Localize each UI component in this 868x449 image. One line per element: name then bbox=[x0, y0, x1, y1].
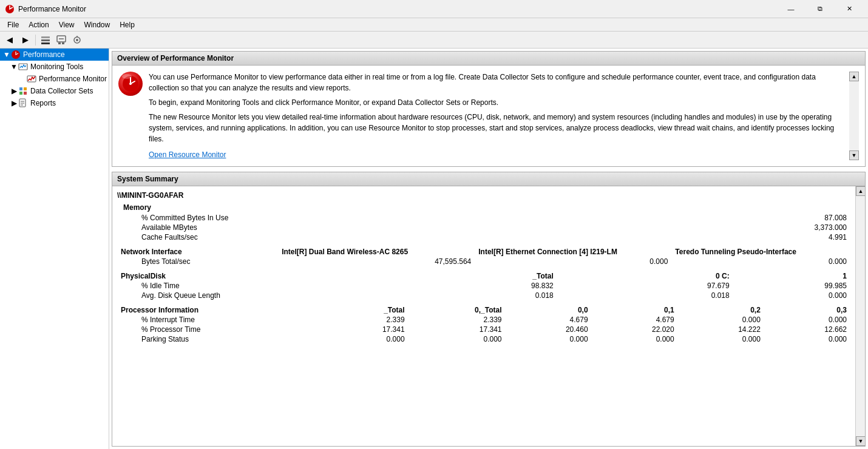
pd-queue-val1: 0.018 bbox=[381, 291, 557, 300]
sidebar: ▼ Performance ▼ Monitoring Tools ▶ bbox=[0, 49, 109, 449]
proc-interrupt-label: % Interrupt Time bbox=[117, 315, 311, 325]
show-hide-button[interactable] bbox=[38, 33, 53, 47]
arrow-data-collector[interactable]: ▶ bbox=[10, 87, 18, 95]
back-button[interactable]: ◀ bbox=[2, 33, 17, 47]
table-row: % Committed Bytes In Use 87.008 bbox=[117, 213, 850, 223]
proc-parking-label: Parking Status bbox=[117, 334, 311, 344]
menu-file[interactable]: File bbox=[2, 19, 24, 30]
proc-col4-header: 0,1 bbox=[592, 305, 678, 315]
physicaldisk-table: PhysicalDisk _Total 0 C: 1 % Idle Time 9… bbox=[117, 271, 850, 300]
proc-col2-header: 0,_Total bbox=[409, 305, 506, 315]
summary-content[interactable]: \\MININT-GG0AFAR Memory % Committed Byte… bbox=[112, 186, 855, 446]
svg-rect-17 bbox=[24, 92, 27, 95]
mem-committed-value: 87.008 bbox=[662, 213, 850, 223]
pd-idle-val2: 97.679 bbox=[557, 281, 733, 291]
mem-available-value: 3,373.000 bbox=[662, 223, 850, 232]
scroll-down-btn[interactable]: ▼ bbox=[849, 150, 859, 160]
proc-col5-header: 0,2 bbox=[678, 305, 764, 315]
overview-content: You can use Performance Monitor to view … bbox=[112, 66, 865, 166]
summary-scrollbar[interactable]: ▲ ▼ bbox=[855, 186, 865, 446]
sidebar-label-monitoring-tools: Monitoring Tools bbox=[30, 62, 83, 71]
pd-col3-header: 1 bbox=[733, 271, 850, 281]
reports-icon bbox=[18, 98, 28, 108]
pd-queue-val2: 0.018 bbox=[557, 291, 733, 300]
open-resource-monitor-link[interactable]: Open Resource Monitor bbox=[149, 150, 226, 159]
arrow-performance[interactable]: ▼ bbox=[2, 50, 11, 59]
sidebar-item-performance-monitor[interactable]: ▶ Performance Monitor bbox=[0, 73, 109, 85]
memory-table: % Committed Bytes In Use 87.008 Availabl… bbox=[117, 213, 850, 242]
svg-point-23 bbox=[129, 83, 132, 85]
proc-parking-val4: 0.000 bbox=[592, 334, 678, 344]
perf-logo-icon bbox=[118, 72, 143, 96]
svg-rect-3 bbox=[41, 42, 50, 44]
summary-scroll-up[interactable]: ▲ bbox=[856, 186, 865, 196]
menu-bar: File Action View Window Help bbox=[0, 18, 868, 32]
computer-name: \\MININT-GG0AFAR bbox=[117, 191, 850, 200]
proc-interrupt-val6: 0.000 bbox=[764, 315, 850, 325]
proc-time-val4: 22.020 bbox=[592, 325, 678, 334]
svg-rect-2 bbox=[41, 39, 50, 41]
overview-scrollbar[interactable]: ▲ ▼ bbox=[849, 72, 859, 160]
table-row: Bytes Total/sec 47,595.564 0.000 0.000 bbox=[117, 257, 850, 266]
table-row: % Processor Time 17.341 17.341 20.460 22… bbox=[117, 325, 850, 334]
table-row: % Interrupt Time 2.339 2.339 4.679 4.679… bbox=[117, 315, 850, 325]
table-row: Processor Information _Total 0,_Total 0,… bbox=[117, 305, 850, 315]
arrow-monitoring-tools[interactable]: ▼ bbox=[10, 62, 18, 71]
menu-view[interactable]: View bbox=[54, 19, 80, 30]
scroll-up-btn[interactable]: ▲ bbox=[849, 72, 859, 81]
menu-help[interactable]: Help bbox=[115, 19, 140, 30]
proc-interrupt-val5: 0.000 bbox=[678, 315, 764, 325]
menu-action[interactable]: Action bbox=[24, 19, 53, 30]
proc-col6-header: 0,3 bbox=[764, 305, 850, 315]
perf-monitor-icon bbox=[27, 74, 36, 84]
table-row: Available MBytes 3,373.000 bbox=[117, 223, 850, 232]
proc-interrupt-val4: 4.679 bbox=[592, 315, 678, 325]
content-area: Overview of Performance Monitor You can … bbox=[109, 49, 868, 449]
table-row: PhysicalDisk _Total 0 C: 1 bbox=[117, 271, 850, 281]
net-bytes-val3: 0.000 bbox=[671, 257, 850, 266]
sidebar-item-reports[interactable]: ▶ Reports bbox=[0, 97, 109, 109]
menu-window[interactable]: Window bbox=[80, 19, 115, 30]
proc-parking-val6: 0.000 bbox=[764, 334, 850, 344]
table-row: Parking Status 0.000 0.000 0.000 0.000 0… bbox=[117, 334, 850, 344]
overview-text-block: You can use Performance Monitor to view … bbox=[149, 72, 843, 160]
sidebar-item-data-collector[interactable]: ▶ Data Collector Sets bbox=[0, 85, 109, 97]
collapse-button[interactable] bbox=[54, 33, 69, 47]
proc-parking-val1: 0.000 bbox=[311, 334, 409, 344]
table-row: Cache Faults/sec 4.991 bbox=[117, 232, 850, 242]
net-col2-header: Intel[R] Ethernet Connection [4] I219-LM bbox=[475, 247, 671, 257]
app-icon bbox=[5, 4, 15, 14]
mem-cache-label: Cache Faults/sec bbox=[117, 232, 662, 242]
pd-label-header: PhysicalDisk bbox=[117, 271, 381, 281]
net-col3-header: Teredo Tunneling Pseudo-Interface bbox=[671, 247, 850, 257]
proc-time-val5: 14.222 bbox=[678, 325, 764, 334]
proc-time-val3: 20.460 bbox=[506, 325, 592, 334]
table-row: Network Interface Intel[R] Dual Band Wir… bbox=[117, 247, 850, 257]
arrow-reports[interactable]: ▶ bbox=[10, 99, 18, 107]
proc-interrupt-val3: 4.679 bbox=[506, 315, 592, 325]
sidebar-item-monitoring-tools[interactable]: ▼ Monitoring Tools bbox=[0, 61, 109, 73]
svg-rect-6 bbox=[58, 42, 61, 44]
net-bytes-val1: 47,595.564 bbox=[278, 257, 475, 266]
mem-committed-label: % Committed Bytes In Use bbox=[117, 213, 662, 223]
forward-button[interactable]: ▶ bbox=[18, 33, 33, 47]
performance-icon bbox=[11, 50, 21, 59]
minimize-button[interactable]: — bbox=[777, 0, 805, 18]
sidebar-label-data-collector: Data Collector Sets bbox=[30, 87, 93, 95]
mem-available-label: Available MBytes bbox=[117, 223, 662, 232]
net-bytes-label: Bytes Total/sec bbox=[117, 257, 278, 266]
sidebar-item-performance[interactable]: ▼ Performance bbox=[0, 49, 109, 61]
proc-label-header: Processor Information bbox=[117, 305, 311, 315]
proc-parking-val5: 0.000 bbox=[678, 334, 764, 344]
toolbar-separator-1 bbox=[35, 35, 36, 46]
proc-time-val2: 17.341 bbox=[409, 325, 506, 334]
maximize-button[interactable]: ⧉ bbox=[806, 0, 834, 18]
sidebar-label-reports: Reports bbox=[30, 99, 56, 107]
proc-time-val1: 17.341 bbox=[311, 325, 409, 334]
properties-button[interactable] bbox=[70, 33, 84, 47]
summary-scroll-down[interactable]: ▼ bbox=[856, 436, 865, 446]
proc-col3-header: 0,0 bbox=[506, 305, 592, 315]
toolbar: ◀ ▶ bbox=[0, 32, 868, 49]
pd-idle-val3: 99.985 bbox=[733, 281, 850, 291]
close-button[interactable]: ✕ bbox=[835, 0, 863, 18]
